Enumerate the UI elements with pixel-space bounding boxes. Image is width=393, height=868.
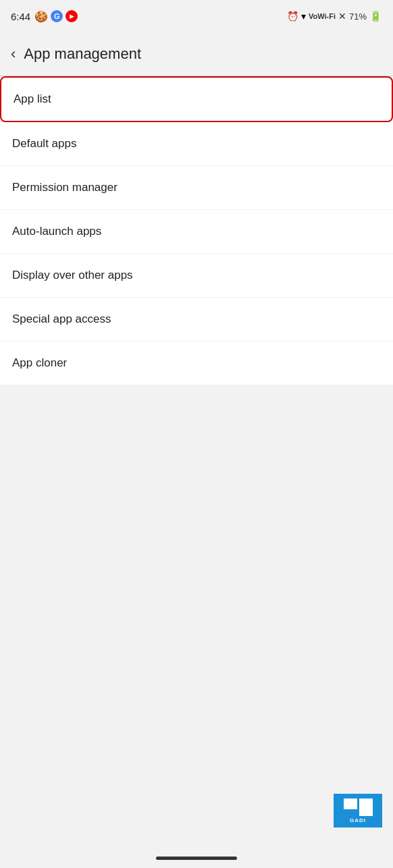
status-time: 6:44 [11, 11, 30, 22]
watermark-inner: GADI [344, 798, 373, 823]
menu-item-label: Special app access [12, 313, 111, 325]
menu-item-label: Default apps [12, 137, 76, 150]
menu-item-default-apps[interactable]: Default apps [0, 122, 393, 166]
vowifi-icon: VoWi-Fi [309, 12, 336, 20]
watermark-shapes [344, 798, 373, 816]
battery-icon: 🔋 [369, 10, 382, 22]
cookie-icon: 🍪 [34, 10, 48, 23]
menu-item-app-list[interactable]: App list [0, 76, 393, 122]
menu-item-label: Auto-launch apps [12, 225, 101, 238]
menu-item-label: Display over other apps [12, 269, 133, 281]
signal-icon: ✕ [338, 11, 346, 22]
youtube-icon: ▶ [66, 10, 78, 22]
menu-item-special-app-access[interactable]: Special app access [0, 298, 393, 342]
menu-list: App list Default apps Permission manager… [0, 76, 393, 385]
status-bar-right: ⏰ ▾ VoWi-Fi ✕ 71% 🔋 [287, 10, 382, 22]
header: ‹ App management [0, 32, 393, 76]
menu-item-label: App list [14, 92, 51, 105]
wm-shape-right [359, 798, 373, 816]
watermark: GADI [334, 794, 382, 828]
battery-percent: 71% [349, 11, 367, 22]
menu-item-auto-launch-apps[interactable]: Auto-launch apps [0, 210, 393, 254]
menu-item-display-over-other-apps[interactable]: Display over other apps [0, 254, 393, 298]
watermark-text: GADI [350, 817, 366, 823]
alarm-icon: ⏰ [287, 11, 298, 22]
page-title: App management [24, 45, 141, 63]
menu-item-label: Permission manager [12, 181, 117, 194]
menu-item-label: App cloner [12, 356, 67, 369]
status-bar: 6:44 🍪 G ▶ ⏰ ▾ VoWi-Fi ✕ 71% 🔋 [0, 0, 393, 32]
google-icon: G [51, 10, 63, 22]
wm-shape-left [344, 798, 357, 816]
menu-item-permission-manager[interactable]: Permission manager [0, 166, 393, 210]
watermark-logo: GADI [334, 794, 382, 828]
status-icons-left: 🍪 G ▶ [34, 10, 78, 23]
menu-item-app-cloner[interactable]: App cloner [0, 342, 393, 385]
wifi-icon: ▾ [301, 11, 306, 22]
home-indicator [156, 857, 237, 860]
back-button[interactable]: ‹ [11, 45, 16, 63]
status-bar-left: 6:44 🍪 G ▶ [11, 10, 78, 23]
